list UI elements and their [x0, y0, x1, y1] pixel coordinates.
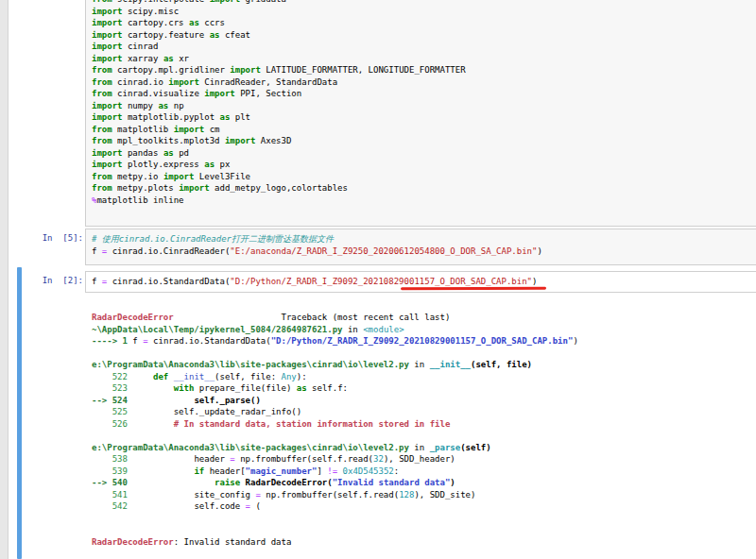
cinradreader-code-input[interactable]: # 使用cinrad.io.CinradReader打开二进制雷达基数据文件f …	[85, 229, 756, 265]
imports-code-input[interactable]: from scipy.interpolate import griddataim…	[85, 0, 756, 227]
cell-prompt-in5: In [5]:	[0, 232, 83, 245]
traceback-output-area: RadarDecodeError Traceback (most recent …	[92, 312, 753, 548]
selected-cell-indicator-bar	[17, 267, 22, 559]
traceback-text: RadarDecodeError Traceback (most recent …	[92, 312, 753, 548]
cell-prompt-in2: In [2]:	[0, 275, 83, 287]
code-editor-imports[interactable]: from scipy.interpolate import griddataim…	[86, 0, 756, 213]
code-editor-in5[interactable]: # 使用cinrad.io.CinradReader打开二进制雷达基数据文件f …	[86, 229, 756, 261]
notebook-page: from scipy.interpolate import griddataim…	[0, 0, 756, 559]
